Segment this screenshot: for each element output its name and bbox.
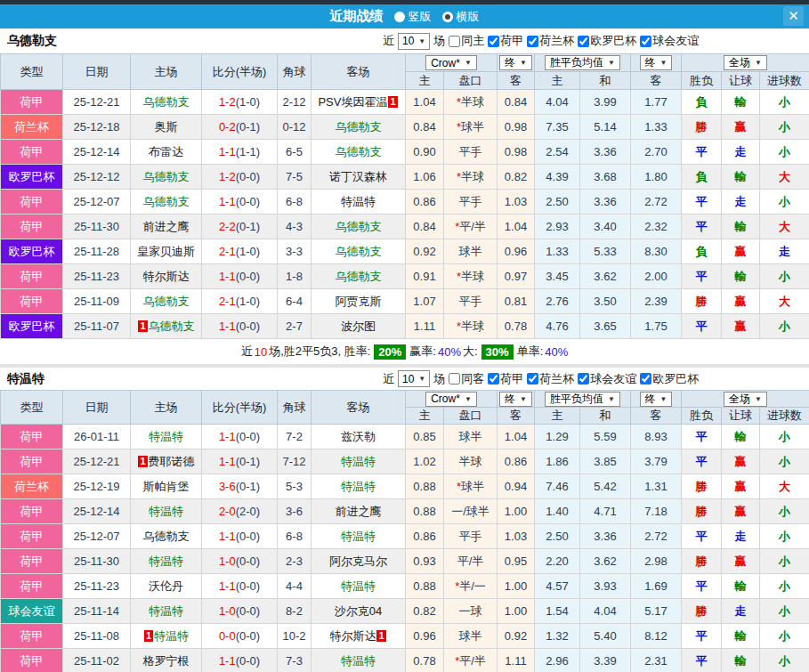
match-row: 荷甲25-11-02格罗宁根1-1(0-0)7-3特温特0.78*平/半1.11… bbox=[1, 649, 809, 672]
scope-select[interactable]: 全场▼ bbox=[724, 392, 767, 407]
match-count-select[interactable]: 10 ▼ bbox=[398, 33, 430, 50]
close-icon[interactable]: ✕ bbox=[783, 6, 804, 26]
vertical-layout-radio[interactable] bbox=[394, 12, 405, 22]
handicap-cell: *平/半 bbox=[444, 649, 498, 672]
col-header-home: 主场 bbox=[131, 54, 202, 90]
league-checkbox[interactable] bbox=[488, 373, 499, 385]
away-team-cell: 乌德勒支 bbox=[311, 239, 406, 264]
fulltime-score: 1-1 bbox=[219, 270, 236, 283]
league-checkbox[interactable] bbox=[578, 36, 589, 47]
filter-bar: 近 10 ▼ 场 同客 荷甲 荷兰杯 球会友谊 欧罗巴杯 bbox=[383, 370, 699, 387]
corners-cell: 1-8 bbox=[278, 264, 311, 289]
result-cell: 平 bbox=[682, 574, 722, 599]
final-select-value: 终 bbox=[505, 392, 515, 407]
odds-home-cell: 0.88 bbox=[406, 474, 444, 499]
league-cell: 荷兰杯 bbox=[1, 474, 63, 499]
chevron-down-icon: ▼ bbox=[660, 395, 667, 403]
odds-away-cell: 0.98 bbox=[498, 115, 535, 140]
handicap-result-cell: 輸 bbox=[722, 264, 760, 289]
halftime-score: (0-0) bbox=[236, 555, 260, 568]
same-venue-checkbox[interactable] bbox=[449, 36, 460, 47]
near-label: 近 bbox=[383, 33, 394, 49]
avg-draw-cell: 3.36 bbox=[580, 190, 631, 215]
team-name-text: 布雷达 bbox=[149, 145, 183, 158]
result-cell: 勝 bbox=[682, 289, 722, 314]
handicap-text: 平/半 bbox=[459, 654, 486, 668]
odds-away-cell: 1.03 bbox=[498, 190, 535, 215]
handicap-result-cell: 贏 bbox=[722, 289, 760, 314]
handicap-result-cell: 輸 bbox=[722, 90, 760, 115]
fulltime-score: 2-1 bbox=[219, 245, 236, 258]
league-filter-option: 球会友谊 bbox=[574, 371, 636, 387]
result-cell: 平 bbox=[682, 425, 722, 449]
final-select[interactable]: 终▼ bbox=[499, 55, 532, 70]
result-cell: 勝 bbox=[682, 499, 722, 524]
home-team-cell: 乌德勒支 bbox=[131, 524, 202, 549]
handicap-result-cell: 贏 bbox=[722, 549, 760, 574]
avg-home-cell: 7.35 bbox=[535, 115, 580, 140]
final-select-cell-2: 终▼ bbox=[631, 54, 682, 72]
league-checkbox[interactable] bbox=[527, 373, 538, 385]
sub-header-handicap: 盘口 bbox=[444, 72, 498, 90]
horizontal-layout-radio[interactable] bbox=[442, 12, 453, 22]
odds-home-cell: 0.86 bbox=[406, 190, 444, 215]
away-team-cell: 乌德勒支 bbox=[311, 140, 406, 165]
same-venue-checkbox[interactable] bbox=[449, 373, 460, 385]
near-label: 近 bbox=[383, 371, 394, 387]
halftime-score: (0-1) bbox=[236, 120, 260, 134]
chevron-down-icon: ▼ bbox=[755, 59, 762, 67]
odds-home-cell: 0.84 bbox=[406, 215, 444, 239]
corners-cell: 8-2 bbox=[278, 599, 311, 624]
league-checkbox[interactable] bbox=[640, 373, 651, 385]
match-row: 欧罗巴杯25-11-28皇家贝迪斯2-1(1-0)3-3乌德勒支0.92球半0.… bbox=[1, 239, 809, 264]
home-team-cell: 皇家贝迪斯 bbox=[131, 239, 202, 264]
odds-home-cell: 1.06 bbox=[406, 165, 444, 190]
final-select[interactable]: 终▼ bbox=[499, 392, 532, 407]
chevron-down-icon: ▼ bbox=[520, 395, 527, 403]
bookmaker-select-cell: Crow*▼ bbox=[406, 391, 498, 408]
handicap-text: 半球 bbox=[459, 455, 482, 468]
avg-select[interactable]: 胜平负均值▼ bbox=[545, 55, 620, 70]
avg-home-cell: 3.45 bbox=[535, 264, 580, 289]
result-cell: 平 bbox=[682, 314, 722, 339]
scope-select[interactable]: 全场▼ bbox=[724, 55, 767, 70]
score-cell: 3-6(0-1) bbox=[202, 474, 278, 499]
league-checkbox[interactable] bbox=[488, 36, 499, 47]
odds-away-cell: 0.78 bbox=[498, 314, 535, 339]
odds-away-cell: 0.81 bbox=[498, 289, 535, 314]
match-row: 荷甲25-12-21乌德勒支1-2(1-0)2-12PSV埃因霍温11.04*半… bbox=[1, 90, 809, 115]
handicap-cell: *半球 bbox=[444, 165, 498, 190]
final-select-2[interactable]: 终▼ bbox=[640, 55, 673, 70]
halftime-score: (0-1) bbox=[236, 480, 260, 493]
avg-away-cell: 1.77 bbox=[631, 90, 682, 115]
goals-result-cell: 小 bbox=[760, 140, 809, 165]
away-team-cell: 乌德勒支 bbox=[311, 115, 406, 140]
league-checkbox[interactable] bbox=[527, 36, 538, 47]
avg-home-cell: 1.32 bbox=[535, 624, 580, 649]
league-filter-option: 荷兰杯 bbox=[523, 371, 574, 387]
score-cell: 1-0(0-0) bbox=[202, 549, 278, 574]
match-count-select[interactable]: 10 ▼ bbox=[398, 370, 430, 387]
fulltime-score: 0-0 bbox=[219, 629, 236, 643]
match-row: 荷甲25-11-23沃伦丹1-1(0-0)4-4特温特0.88*半/一1.004… bbox=[1, 574, 809, 599]
league-checkbox[interactable] bbox=[578, 373, 589, 385]
odds-away-cell: 1.04 bbox=[498, 215, 535, 239]
handicap-text: 一/球半 bbox=[451, 505, 489, 518]
bookmaker-select-value: Crow* bbox=[431, 393, 460, 405]
odds-home-cell: 0.92 bbox=[406, 239, 444, 264]
sub-header-avg-away: 客 bbox=[631, 408, 682, 425]
team-name-text: 特温特 bbox=[341, 579, 376, 593]
team-name: 乌德勒支 bbox=[7, 33, 57, 49]
halftime-score: (0-0) bbox=[236, 270, 260, 283]
team-name-text: 阿贾克斯 bbox=[336, 295, 382, 308]
league-checkbox[interactable] bbox=[640, 36, 651, 47]
final-select-2[interactable]: 终▼ bbox=[640, 392, 673, 407]
halftime-score: (1-0) bbox=[236, 245, 260, 258]
bookmaker-select[interactable]: Crow*▼ bbox=[425, 392, 477, 407]
avg-select[interactable]: 胜平负均值▼ bbox=[545, 392, 620, 407]
avg-select-cell: 胜平负均值▼ bbox=[535, 391, 631, 408]
red-card-badge: 1 bbox=[144, 630, 153, 642]
avg-away-cell: 1.75 bbox=[631, 314, 682, 339]
corners-cell: 6-4 bbox=[278, 289, 311, 314]
bookmaker-select[interactable]: Crow*▼ bbox=[425, 55, 477, 70]
